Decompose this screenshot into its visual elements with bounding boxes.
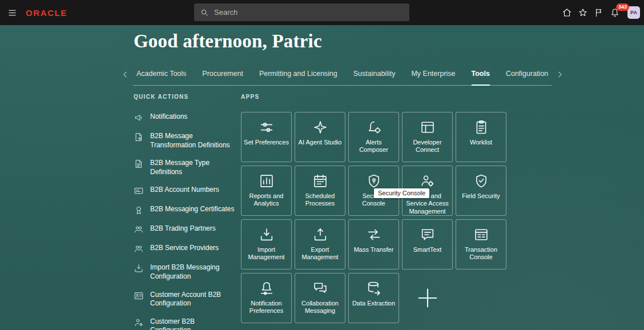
quick-action-b2b-service-providers[interactable]: B2B Service Providers — [134, 239, 235, 259]
quick-action-b2b-message-type-definitions[interactable]: B2B Message Type Definitions — [134, 154, 235, 181]
app-tile-notification-preferences[interactable]: Notification Preferences — [241, 273, 292, 323]
tabs-scroll-right-button[interactable] — [552, 67, 567, 79]
app-tile-label: Scheduled Processes — [295, 192, 345, 208]
clipboard-icon — [473, 119, 489, 135]
shield-lock-icon — [366, 173, 382, 189]
tab-sustainability[interactable]: Sustainability — [353, 67, 396, 85]
search-icon — [200, 8, 209, 17]
import-icon — [259, 227, 275, 243]
tab-list: Academic Tools Procurement Permitting an… — [133, 67, 552, 86]
quick-actions-list: Notifications B2B Message Transformation… — [134, 108, 235, 330]
quick-action-label: Notifications — [150, 112, 187, 122]
security-console-tooltip: Security Console — [374, 188, 429, 198]
quick-action-customer-b2b-configuration[interactable]: Customer B2B Configuration — [134, 313, 235, 330]
quick-action-b2b-trading-partners[interactable]: B2B Trading Partners — [134, 220, 235, 239]
favorites-button[interactable] — [578, 7, 588, 18]
export-icon — [312, 227, 328, 243]
app-tile-scheduled-processes[interactable]: Scheduled Processes — [295, 166, 345, 216]
people-icon — [134, 244, 144, 254]
person-gear-icon — [420, 173, 436, 189]
app-tile-label: Export Management — [295, 246, 345, 261]
page-title: Good afternoon, Patric — [134, 31, 322, 52]
speech-text-icon — [420, 227, 436, 243]
quick-action-b2b-messaging-certificates[interactable]: B2B Messaging Certificates — [134, 200, 235, 220]
quick-action-label: Customer B2B Configuration — [150, 317, 235, 330]
import-icon — [134, 263, 144, 273]
topbar: ORACLE 343 PA — [0, 0, 644, 25]
app-tile-export-management[interactable]: Export Management — [295, 219, 345, 269]
oracle-logo: ORACLE — [26, 8, 67, 18]
home-icon — [562, 7, 572, 18]
quick-action-b2b-message-transformation-definitions[interactable]: B2B Message Transformation Definitions — [134, 127, 235, 154]
app-tile-reports-and-analytics[interactable]: Reports and Analytics — [241, 166, 292, 216]
quick-action-b2b-account-numbers[interactable]: B2B Account Numbers — [134, 181, 235, 200]
app-tile-label: Set Preferences — [242, 139, 291, 146]
app-tile-transaction-console[interactable]: Transaction Console — [456, 219, 506, 269]
person-star-icon — [134, 317, 144, 328]
quick-actions-panel: QUICK ACTIONS Notifications B2B Message … — [134, 94, 235, 330]
app-tile-add[interactable] — [402, 273, 453, 323]
app-tile-label: Mass Transfer — [352, 246, 396, 253]
app-tile-collaboration-messaging[interactable]: Collaboration Messaging — [295, 273, 345, 323]
apps-title: APPS — [241, 94, 512, 100]
quick-action-label: B2B Messaging Certificates — [150, 205, 234, 214]
transfer-icon — [366, 227, 382, 243]
app-tile-ai-agent-studio[interactable]: AI Agent Studio — [295, 112, 345, 162]
apps-grid: Set Preferences AI Agent Studio Alerts C… — [241, 112, 512, 323]
app-tile-label: Collaboration Messaging — [295, 300, 345, 315]
person-card-icon — [134, 291, 144, 301]
document-gear-icon — [134, 132, 144, 142]
app-tile-label: Developer Connect — [402, 139, 452, 154]
card-icon — [134, 186, 144, 196]
app-tile-worklist[interactable]: Worklist — [456, 112, 506, 162]
people-icon — [134, 224, 144, 235]
tab-my-enterprise[interactable]: My Enterprise — [411, 67, 455, 85]
chevron-left-icon — [121, 70, 130, 79]
quick-action-label: Customer Account B2B Configuration — [150, 291, 235, 308]
app-tile-label: Import Management — [242, 246, 291, 261]
bell-gear-icon — [366, 119, 382, 135]
tab-academic-tools[interactable]: Academic Tools — [136, 67, 186, 85]
app-tile-label: Reports and Analytics — [242, 192, 291, 208]
tab-procurement[interactable]: Procurement — [202, 67, 243, 85]
global-search[interactable] — [194, 3, 409, 21]
app-tile-set-preferences[interactable]: Set Preferences — [241, 112, 292, 162]
app-tile-import-management[interactable]: Import Management — [241, 219, 292, 269]
quick-action-customer-account-b2b-configuration[interactable]: Customer Account B2B Configuration — [134, 286, 235, 313]
apps-panel: APPS Set Preferences AI Agent Studio Ale… — [241, 94, 512, 323]
quick-action-label: B2B Message Type Definitions — [150, 159, 235, 176]
tab-configuration[interactable]: Configuration — [506, 67, 548, 85]
tab-permitting-and-licensing[interactable]: Permitting and Licensing — [259, 67, 337, 85]
megaphone-icon — [134, 112, 144, 123]
app-tile-data-extraction[interactable]: Data Extraction — [348, 273, 399, 323]
home-button[interactable] — [562, 7, 572, 18]
tab-tools[interactable]: Tools — [472, 67, 490, 85]
topbar-actions: 343 PA — [562, 0, 640, 25]
quick-action-notifications[interactable]: Notifications — [134, 108, 235, 127]
tabs-scroll-left-button[interactable] — [117, 67, 133, 79]
chevron-right-icon — [556, 70, 564, 79]
quick-action-label: Import B2B Messaging Configuration — [150, 263, 235, 281]
notifications-button[interactable]: 343 — [610, 7, 620, 18]
app-tile-mass-transfer[interactable]: Mass Transfer — [348, 219, 399, 269]
certificate-icon — [134, 205, 144, 215]
quick-action-label: B2B Message Transformation Definitions — [150, 132, 235, 150]
app-tile-smarttext[interactable]: SmartText — [402, 219, 453, 269]
app-tile-label: Field Security — [460, 192, 502, 200]
app-tile-label: Transaction Console — [456, 246, 506, 261]
announcements-button[interactable] — [594, 7, 604, 18]
app-tile-label: SmartText — [412, 246, 444, 253]
app-tile-alerts-composer[interactable]: Alerts Composer — [348, 112, 399, 162]
console-icon — [473, 227, 489, 243]
chart-icon — [259, 173, 275, 189]
main-menu-button[interactable] — [5, 6, 19, 19]
quick-action-label: B2B Trading Partners — [150, 224, 216, 234]
sparkle-icon — [312, 119, 328, 135]
quick-action-import-b2b-messaging-configuration[interactable]: Import B2B Messaging Configuration — [134, 259, 235, 285]
search-input[interactable] — [214, 8, 404, 17]
app-tile-field-security[interactable]: Field Security — [456, 166, 506, 216]
app-tile-developer-connect[interactable]: Developer Connect — [402, 112, 453, 162]
bell-slider-icon — [259, 280, 275, 296]
quick-action-label: B2B Service Providers — [150, 244, 219, 253]
avatar[interactable]: PA — [627, 6, 640, 19]
